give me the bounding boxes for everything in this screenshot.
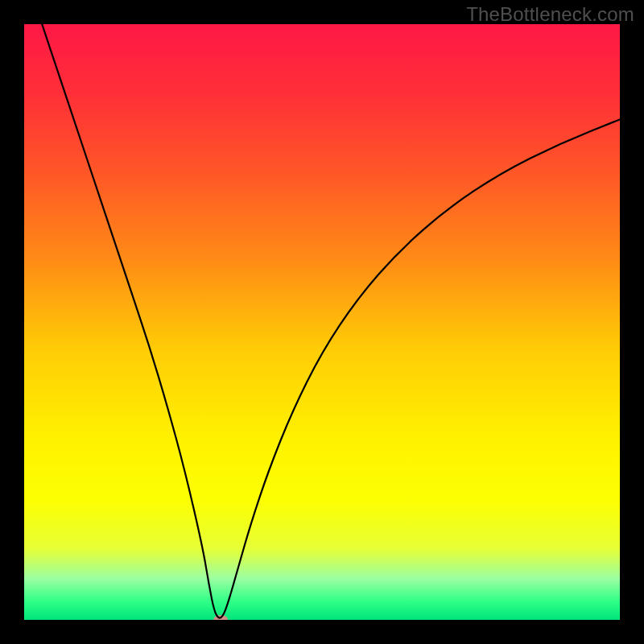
chart-stage: TheBottleneck.com	[0, 0, 644, 644]
bottleneck-chart	[24, 24, 620, 620]
plot-area	[24, 24, 620, 620]
watermark-text: TheBottleneck.com	[466, 3, 634, 26]
gradient-background	[24, 24, 620, 620]
